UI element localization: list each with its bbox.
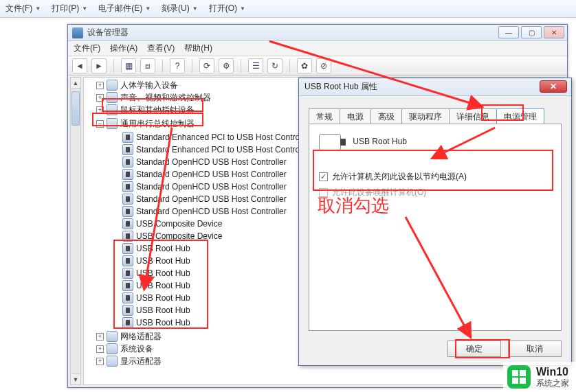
expand-icon[interactable]: + bbox=[96, 358, 104, 365]
tree-node-system[interactable]: + 系统设备 bbox=[96, 343, 153, 355]
expand-icon[interactable]: + bbox=[96, 82, 104, 89]
devmgr-title: 设备管理器 bbox=[87, 27, 129, 38]
tree-node-usb-ctrl1[interactable]: Standard Enhanced PCI to USB Host Contro… bbox=[122, 131, 308, 143]
tree-node-usb-root-hub3[interactable]: USB Root Hub bbox=[122, 267, 190, 279]
tree-node-usb-controllers[interactable]: − 通用串行总线控制器 bbox=[96, 117, 195, 130]
devmgr-scrollbar[interactable]: ▲ ▼ bbox=[70, 77, 81, 385]
tab-driver[interactable]: 驱动程序 bbox=[401, 108, 450, 125]
checkbox-allow-wake bbox=[319, 188, 328, 197]
watermark: Win10 系统之家 bbox=[503, 362, 576, 392]
expand-icon[interactable]: + bbox=[96, 94, 104, 102]
tab-power-management[interactable]: 电源管理 bbox=[496, 108, 544, 125]
devmgr-menubar: 文件(F) 操作(A) 查看(V) 帮助(H) bbox=[68, 41, 567, 56]
devmgr-menu-help[interactable]: 帮助(H) bbox=[184, 43, 212, 54]
watermark-line1: Win10 bbox=[536, 365, 569, 378]
tree-node-usb-composite2[interactable]: USB Composite Device bbox=[122, 230, 222, 242]
checkbox-allow-wake-row: 允许此设备唤醒计算机(O) bbox=[319, 187, 551, 198]
expand-icon[interactable]: + bbox=[96, 106, 104, 114]
devmgr-menu-action[interactable]: 操作(A) bbox=[110, 43, 137, 54]
tree-node-usb-composite1[interactable]: USB Composite Device bbox=[122, 218, 222, 230]
tree-node-usb-root-hub2[interactable]: USB Root Hub bbox=[122, 255, 190, 267]
tab-details[interactable]: 详细信息 bbox=[449, 108, 497, 125]
device-icon bbox=[107, 343, 118, 354]
devmgr-menu-file[interactable]: 文件(F) bbox=[74, 43, 100, 54]
cancel-button[interactable]: 取消 bbox=[508, 341, 562, 357]
menu-burn[interactable]: 刻录(U)▼ bbox=[162, 3, 198, 14]
usb-plug-icon bbox=[122, 305, 133, 316]
caret-icon: ▼ bbox=[82, 5, 87, 12]
usb-plug-icon bbox=[122, 231, 133, 242]
collapse-icon[interactable]: − bbox=[96, 120, 104, 128]
checkbox-allow-shutdown[interactable]: ✓ bbox=[319, 172, 328, 181]
usb-plug-icon bbox=[122, 157, 133, 168]
scroll-thumb[interactable] bbox=[71, 91, 80, 126]
tab-advanced[interactable]: 高级 bbox=[370, 108, 402, 125]
usb-plug-icon bbox=[122, 255, 133, 266]
tree-node-usb-root-hub5[interactable]: USB Root Hub bbox=[122, 292, 190, 304]
tb-refresh-icon[interactable]: ⟳ bbox=[199, 58, 214, 73]
maximize-button[interactable]: ▢ bbox=[521, 26, 542, 38]
tb-update-icon[interactable]: ↻ bbox=[267, 58, 283, 73]
devmgr-app-icon bbox=[72, 27, 83, 38]
tb-uninstall-icon[interactable]: ✿ bbox=[297, 58, 312, 73]
device-icon bbox=[107, 356, 118, 367]
usb-plug-icon bbox=[122, 280, 133, 291]
tree-node-hid[interactable]: + 人体学输入设备 bbox=[96, 79, 178, 91]
props-device-name: USB Root Hub bbox=[353, 137, 407, 146]
tree-node-usb-ctrl4[interactable]: Standard OpenHCD USB Host Controller bbox=[122, 168, 287, 181]
tree-node-usb-ctrl7[interactable]: Standard OpenHCD USB Host Controller bbox=[122, 205, 287, 218]
props-tabstrip: 常规 电源 高级 驱动程序 详细信息 电源管理 bbox=[309, 108, 544, 125]
menu-email[interactable]: 电子邮件(E)▼ bbox=[98, 3, 151, 14]
tb-tree-icon[interactable]: ⧈ bbox=[140, 58, 155, 73]
tree-node-usb-root-hub6[interactable]: USB Root Hub bbox=[122, 304, 190, 316]
usb-plug-icon bbox=[122, 181, 133, 192]
scroll-down-icon[interactable]: ▼ bbox=[71, 373, 80, 384]
usb-plug-icon bbox=[122, 268, 133, 279]
watermark-logo-icon bbox=[507, 365, 531, 389]
close-button[interactable]: ✕ bbox=[544, 26, 564, 38]
tb-help-icon[interactable]: ? bbox=[170, 58, 185, 73]
usb-root-hub-properties-dialog: USB Root Hub 属性 ✕ 常规 电源 高级 驱动程序 详细信息 电源管… bbox=[298, 78, 572, 366]
scroll-up-icon[interactable]: ▲ bbox=[71, 78, 80, 89]
tree-node-usb-root-hub7[interactable]: USB Root Hub bbox=[122, 316, 190, 329]
tb-disable-icon[interactable]: ⊘ bbox=[316, 58, 331, 73]
tree-node-network[interactable]: + 网络适配器 bbox=[96, 330, 162, 343]
minimize-button[interactable]: — bbox=[498, 26, 519, 38]
tab-power[interactable]: 电源 bbox=[340, 108, 371, 125]
usb-device-icon bbox=[319, 134, 341, 150]
explorer-menubar: 文件(F)▼ 打印(P)▼ 电子邮件(E)▼ 刻录(U)▼ 打开(O)▼ bbox=[0, 0, 576, 18]
caret-icon: ▼ bbox=[240, 5, 245, 12]
caret-icon: ▼ bbox=[35, 5, 41, 12]
tree-node-usb-ctrl2[interactable]: Standard Enhanced PCI to USB Host Contro… bbox=[122, 143, 308, 156]
tab-general[interactable]: 常规 bbox=[309, 108, 340, 125]
menu-print[interactable]: 打印(P)▼ bbox=[52, 3, 87, 14]
menu-open[interactable]: 打开(O)▼ bbox=[209, 3, 245, 14]
devmgr-titlebar[interactable]: 设备管理器 — ▢ ✕ bbox=[68, 25, 567, 41]
tb-fwd-icon[interactable]: ► bbox=[91, 58, 107, 73]
expand-icon[interactable]: + bbox=[96, 333, 104, 341]
devmgr-menu-view[interactable]: 查看(V) bbox=[147, 43, 175, 54]
tb-back-icon[interactable]: ◄ bbox=[72, 58, 87, 73]
tree-node-sound[interactable]: + 声音、视频和游戏控制器 bbox=[96, 91, 211, 104]
tree-node-display[interactable]: + 显示适配器 bbox=[96, 355, 162, 367]
props-title: USB Root Hub 属性 bbox=[304, 81, 377, 93]
usb-plug-icon bbox=[122, 144, 133, 155]
expand-icon[interactable]: + bbox=[96, 345, 104, 353]
props-titlebar[interactable]: USB Root Hub 属性 ✕ bbox=[299, 78, 571, 96]
usb-plug-icon bbox=[122, 169, 133, 180]
ok-button[interactable]: 确定 bbox=[447, 341, 501, 357]
tb-view-icon[interactable]: ▦ bbox=[121, 58, 136, 73]
tree-node-usb-ctrl6[interactable]: Standard OpenHCD USB Host Controller bbox=[122, 193, 287, 205]
props-close-button[interactable]: ✕ bbox=[540, 80, 567, 93]
tree-node-usb-ctrl3[interactable]: Standard OpenHCD USB Host Controller bbox=[122, 156, 287, 168]
menu-file[interactable]: 文件(F)▼ bbox=[5, 3, 41, 14]
tree-node-usb-ctrl5[interactable]: Standard OpenHCD USB Host Controller bbox=[122, 181, 287, 193]
caret-icon: ▼ bbox=[192, 5, 198, 12]
tb-scan-icon[interactable]: ⚙ bbox=[219, 58, 234, 73]
checkbox-allow-shutdown-row[interactable]: ✓ 允许计算机关闭此设备以节约电源(A) bbox=[319, 171, 551, 183]
tree-node-mouse[interactable]: + 鼠标和其他指针设备 bbox=[96, 104, 195, 116]
tree-node-usb-root-hub4[interactable]: USB Root Hub bbox=[122, 279, 190, 292]
tb-prop-icon[interactable]: ☰ bbox=[248, 58, 263, 73]
checkbox-allow-shutdown-label: 允许计算机关闭此设备以节约电源(A) bbox=[332, 171, 467, 183]
tree-node-usb-root-hub1[interactable]: USB Root Hub bbox=[122, 242, 190, 255]
